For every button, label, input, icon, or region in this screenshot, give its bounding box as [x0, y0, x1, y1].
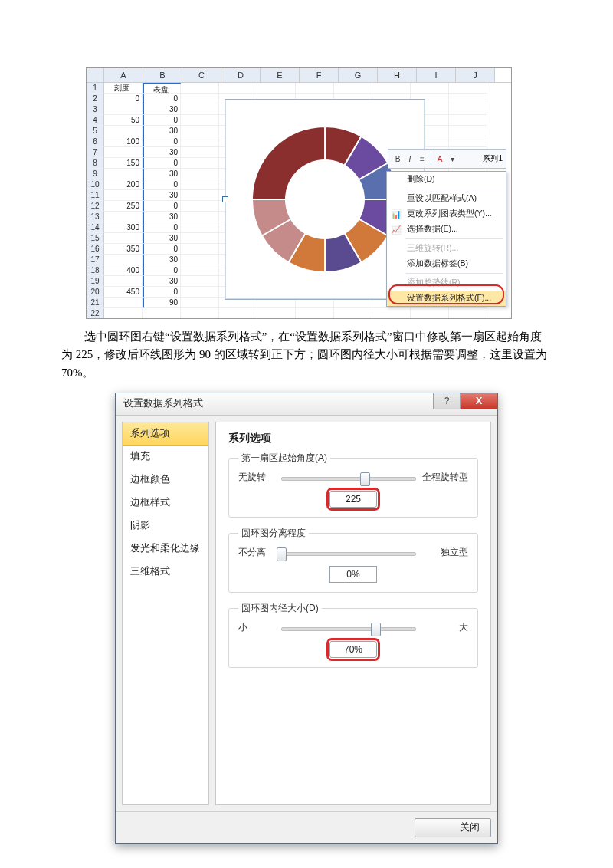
group1-right-label: 全程旋转型: [422, 471, 468, 484]
col-F[interactable]: F: [300, 68, 339, 82]
dialog-nav: 系列选项 填充 边框颜色 边框样式 阴影 发光和柔化边缘 三维格式: [122, 422, 209, 805]
explosion-value-input[interactable]: 0%: [329, 566, 377, 583]
col-G[interactable]: G: [339, 68, 378, 82]
group1-legend: 第一扇区起始角度(A): [238, 452, 330, 465]
group3-legend: 圆环图内径大小(D): [238, 602, 322, 615]
col-J[interactable]: J: [456, 68, 495, 82]
help-button[interactable]: ?: [433, 393, 461, 409]
col-B[interactable]: B: [143, 68, 182, 82]
nav-series-options[interactable]: 系列选项: [123, 422, 208, 446]
hole-size-value-input[interactable]: 70%: [329, 641, 377, 658]
dialog-titlebar[interactable]: 设置数据系列格式 ? X: [116, 393, 497, 416]
bold-icon[interactable]: B: [392, 153, 403, 164]
font-color-icon[interactable]: A: [434, 153, 445, 164]
group1-left-label: 无旋转: [238, 471, 275, 484]
nav-fill[interactable]: 填充: [123, 446, 208, 469]
group-explosion: 圆环图分离程度 不分离 独立型 0%: [228, 527, 478, 593]
menu-item: 添加趋势线(R)...: [387, 275, 506, 291]
col-H[interactable]: H: [378, 68, 417, 82]
nav-shadow[interactable]: 阴影: [123, 515, 208, 538]
menu-item[interactable]: 📈选择数据(E)...: [387, 222, 506, 237]
excel-window: A B C D E F G H I J 1刻度表盘200330450053061…: [86, 67, 512, 319]
close-button[interactable]: 关闭: [415, 818, 491, 837]
doughnut-chart[interactable]: [241, 115, 409, 284]
col-A[interactable]: A: [104, 68, 143, 82]
panel-heading: 系列选项: [228, 432, 478, 446]
format-series-dialog: 设置数据系列格式 ? X 系列选项 填充 边框颜色 边框样式 阴影 发光和柔化边…: [115, 393, 498, 844]
group2-right-label: 独立型: [422, 546, 468, 559]
dialog-main-panel: 系列选项 第一扇区起始角度(A) 无旋转 全程旋转型 225: [215, 422, 491, 805]
nav-border-color[interactable]: 边框颜色: [123, 469, 208, 492]
col-D[interactable]: D: [221, 68, 261, 82]
group-first-slice-angle: 第一扇区起始角度(A) 无旋转 全程旋转型 225: [228, 452, 478, 518]
menu-item[interactable]: 重设以匹配样式(A): [387, 191, 506, 206]
series-label: 系列1: [483, 153, 503, 164]
close-icon[interactable]: X: [461, 393, 497, 409]
group3-right-label: 大: [422, 621, 468, 634]
select-all-corner[interactable]: [87, 68, 104, 82]
group-hole-size: 圆环图内径大小(D) 小 大 70%: [228, 602, 478, 668]
chevron-down-icon[interactable]: ▾: [447, 153, 457, 164]
col-C[interactable]: C: [182, 68, 221, 82]
context-menu: 删除(D)重设以匹配样式(A)📊更改系列图表类型(Y)...📈选择数据(E)..…: [386, 171, 506, 307]
dialog-title: 设置数据系列格式: [123, 397, 203, 410]
col-E[interactable]: E: [261, 68, 300, 82]
menu-item[interactable]: 删除(D): [387, 172, 506, 187]
column-headers: A B C D E F G H I J: [87, 68, 511, 83]
italic-icon[interactable]: I: [405, 153, 415, 164]
angle-value-input[interactable]: 225: [329, 491, 377, 508]
nav-glow[interactable]: 发光和柔化边缘: [123, 538, 208, 561]
dialog-footer: 关闭: [116, 811, 497, 843]
group2-legend: 圆环图分离程度: [238, 527, 309, 540]
group2-left-label: 不分离: [238, 546, 275, 559]
menu-item[interactable]: 添加数据标签(B): [387, 256, 506, 271]
nav-3d[interactable]: 三维格式: [123, 561, 208, 584]
explosion-slider[interactable]: [281, 546, 416, 560]
mini-toolbar: B I ≡ A ▾ 系列1: [388, 149, 506, 169]
menu-item[interactable]: 设置数据系列格式(F)...: [387, 291, 506, 306]
donut-hole: [285, 159, 365, 239]
align-icon[interactable]: ≡: [417, 153, 428, 164]
menu-item: 三维旋转(R)...: [387, 241, 506, 256]
col-I[interactable]: I: [417, 68, 456, 82]
nav-border-style[interactable]: 边框样式: [123, 492, 208, 515]
hole-size-slider[interactable]: [281, 621, 416, 635]
menu-item[interactable]: 📊更改系列图表类型(Y)...: [387, 206, 506, 222]
angle-slider[interactable]: [281, 471, 416, 485]
group3-left-label: 小: [238, 621, 275, 634]
body-paragraph: 选中圆环图右键“设置数据系列格式”，在“设置数据系列格式”窗口中修改第一扇区起始…: [61, 328, 552, 382]
